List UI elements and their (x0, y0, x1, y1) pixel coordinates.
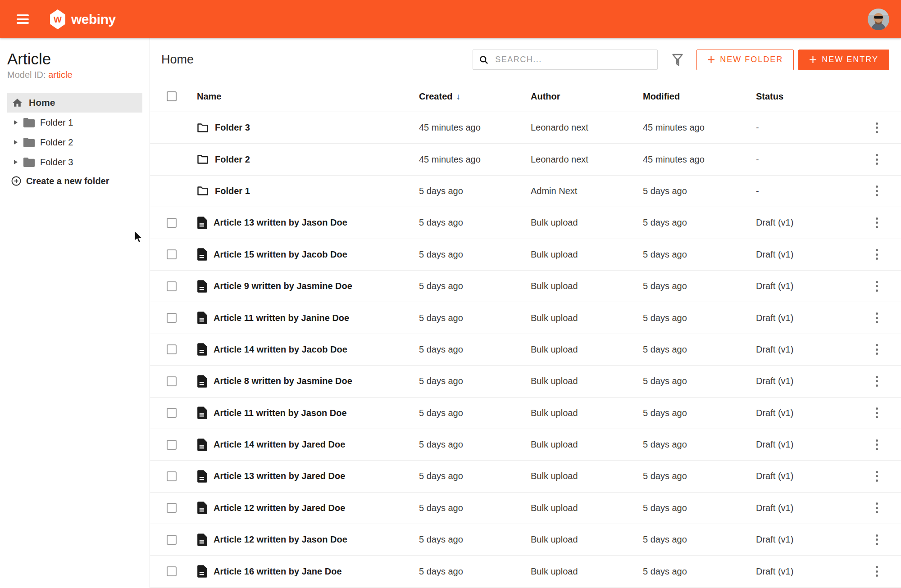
cell-created: 5 days ago (419, 249, 531, 260)
table-row[interactable]: Folder 3 45 minutes ago Leonardo next 45… (150, 112, 901, 144)
new-entry-button[interactable]: NEW ENTRY (798, 50, 889, 70)
cell-created: 5 days ago (419, 186, 531, 196)
filter-button[interactable] (672, 53, 683, 67)
home-icon (12, 97, 23, 109)
cell-status: Draft (v1) (756, 281, 852, 291)
cell-author: Leonardo next (531, 154, 643, 165)
row-name-link[interactable]: Article 16 written by Jane Doe (214, 566, 342, 577)
folder-tree: Home Folder 1 (7, 93, 142, 186)
cell-created: 45 minutes ago (419, 154, 531, 165)
table-row[interactable]: Article 15 written by Jacob Doe 5 days a… (150, 239, 901, 271)
search-input[interactable] (494, 54, 651, 65)
cell-name: Article 11 written by Jason Doe (197, 407, 419, 419)
row-checkbox[interactable] (167, 503, 177, 513)
row-menu-button[interactable] (873, 373, 881, 389)
row-checkbox[interactable] (167, 281, 177, 291)
table-row[interactable]: Article 11 written by Jason Doe 5 days a… (150, 398, 901, 429)
row-menu-button[interactable] (873, 310, 881, 326)
row-checkbox[interactable] (167, 566, 177, 576)
row-menu-button[interactable] (873, 246, 881, 262)
row-name-link[interactable]: Folder 3 (215, 122, 250, 133)
user-avatar[interactable] (868, 9, 889, 30)
row-menu-button[interactable] (873, 278, 881, 294)
row-name-link[interactable]: Article 12 written by Jason Doe (214, 534, 347, 545)
cell-author: Admin Next (531, 186, 643, 196)
row-name-link[interactable]: Article 13 written by Jason Doe (214, 217, 347, 228)
cell-author: Bulk upload (531, 534, 643, 545)
table-row[interactable]: Article 13 written by Jared Doe 5 days a… (150, 461, 901, 492)
table-row[interactable]: Folder 2 45 minutes ago Leonardo next 45… (150, 144, 901, 175)
table-row[interactable]: Article 14 written by Jared Doe 5 days a… (150, 429, 901, 461)
table-row[interactable]: Article 16 written by Jane Doe 5 days ag… (150, 556, 901, 587)
row-menu-button[interactable] (873, 341, 881, 357)
row-name-link[interactable]: Article 9 written by Jasmine Doe (214, 281, 352, 291)
table-row[interactable]: Article 12 written by Jason Doe 5 days a… (150, 524, 901, 556)
row-checkbox[interactable] (167, 313, 177, 323)
row-checkbox[interactable] (167, 376, 177, 386)
cell-name: Article 13 written by Jared Doe (197, 470, 419, 483)
row-name-link[interactable]: Article 14 written by Jacob Doe (214, 344, 347, 355)
row-menu-button[interactable] (873, 468, 881, 484)
row-checkbox[interactable] (167, 408, 177, 418)
cell-modified: 5 days ago (643, 408, 756, 418)
create-folder-button[interactable]: Create a new folder (7, 176, 142, 186)
row-checkbox[interactable] (167, 249, 177, 259)
select-all-checkbox[interactable] (167, 91, 177, 101)
sidebar-item-home[interactable]: Home (7, 93, 142, 113)
table-row[interactable]: Article 12 written by Jared Doe 5 days a… (150, 493, 901, 524)
webiny-hexagon-icon: W (50, 9, 65, 29)
sidebar-item-folder[interactable]: Folder 2 (7, 132, 142, 152)
table-row[interactable]: Article 13 written by Jason Doe 5 days a… (150, 207, 901, 239)
row-name-link[interactable]: Article 14 written by Jared Doe (214, 439, 345, 450)
column-header-status: Status (756, 91, 852, 102)
cell-status: Draft (v1) (756, 566, 852, 577)
sidebar-item-folder[interactable]: Folder 1 (7, 113, 142, 132)
sidebar-item-folder[interactable]: Folder 3 (7, 152, 142, 172)
row-checkbox[interactable] (167, 471, 177, 481)
cell-modified: 5 days ago (643, 344, 756, 355)
row-menu-button[interactable] (873, 183, 881, 199)
row-name-link[interactable]: Article 11 written by Jason Doe (214, 408, 347, 418)
row-menu-button[interactable] (873, 405, 881, 421)
column-header-name[interactable]: Name (197, 91, 419, 102)
cell-modified: 5 days ago (643, 249, 756, 260)
row-menu-button[interactable] (873, 563, 881, 579)
file-icon (197, 502, 207, 514)
row-name-link[interactable]: Article 13 written by Jared Doe (214, 471, 345, 481)
row-name-link[interactable]: Folder 1 (215, 186, 250, 196)
hamburger-menu-button[interactable] (17, 14, 29, 24)
table-row[interactable]: Article 11 written by Janine Doe 5 days … (150, 302, 901, 334)
cell-author: Bulk upload (531, 313, 643, 323)
cell-modified: 5 days ago (643, 503, 756, 513)
new-folder-button[interactable]: NEW FOLDER (696, 50, 794, 70)
cell-status: Draft (v1) (756, 249, 852, 260)
row-menu-button[interactable] (873, 120, 881, 136)
row-menu-button[interactable] (873, 500, 881, 516)
cell-author: Bulk upload (531, 344, 643, 355)
row-checkbox[interactable] (167, 218, 177, 228)
row-checkbox[interactable] (167, 440, 177, 450)
chevron-right-icon[interactable] (14, 140, 18, 145)
webiny-logo[interactable]: W webiny (50, 9, 116, 29)
row-name-link[interactable]: Article 11 written by Janine Doe (214, 313, 349, 323)
row-checkbox[interactable] (167, 344, 177, 354)
cell-modified: 5 days ago (643, 471, 756, 481)
chevron-right-icon[interactable] (14, 160, 18, 164)
row-menu-button[interactable] (873, 532, 881, 548)
row-name-link[interactable]: Article 12 written by Jared Doe (214, 503, 345, 513)
table-row[interactable]: Folder 1 5 days ago Admin Next 5 days ag… (150, 176, 901, 207)
cell-status: - (756, 122, 852, 133)
table-row[interactable]: Article 14 written by Jacob Doe 5 days a… (150, 334, 901, 366)
row-menu-button[interactable] (873, 437, 881, 453)
row-checkbox[interactable] (167, 535, 177, 545)
row-menu-button[interactable] (873, 215, 881, 231)
row-name-link[interactable]: Folder 2 (215, 154, 250, 165)
table-row[interactable]: Article 8 written by Jasmine Doe 5 days … (150, 366, 901, 397)
table-row[interactable]: Article 9 written by Jasmine Doe 5 days … (150, 271, 901, 302)
chevron-right-icon[interactable] (14, 120, 18, 125)
cell-created: 5 days ago (419, 281, 531, 291)
row-name-link[interactable]: Article 8 written by Jasmine Doe (214, 376, 352, 386)
row-menu-button[interactable] (873, 151, 881, 167)
column-header-created[interactable]: Created↓ (419, 91, 531, 102)
row-name-link[interactable]: Article 15 written by Jacob Doe (214, 249, 347, 260)
